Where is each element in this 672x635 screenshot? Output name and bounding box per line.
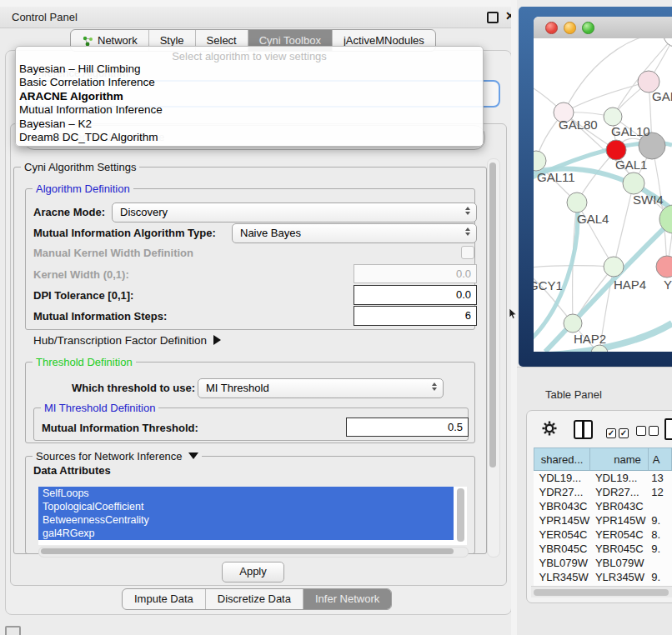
- group-title: Threshold Definition: [33, 356, 136, 368]
- node-label: SWI4: [633, 192, 664, 207]
- dpi-tolerance-field[interactable]: 0.0: [354, 285, 477, 305]
- apply-button[interactable]: Apply: [222, 562, 284, 582]
- data-attribute-item[interactable]: SelfLoops: [38, 487, 454, 500]
- node-label: GAL1: [615, 158, 647, 172]
- field-value: 0.0: [456, 288, 471, 301]
- table-row[interactable]: YDL19...YDL19...13: [534, 471, 672, 486]
- mi-threshold-field[interactable]: 0.5: [346, 418, 469, 437]
- network-window: GALGAL80GAL10GAL1GAL11GAL4SWI4GCY1HAP4YH…: [534, 17, 672, 352]
- page-icon[interactable]: [664, 418, 672, 440]
- network-node[interactable]: [564, 314, 582, 332]
- stepper-arrows-icon: [432, 382, 437, 391]
- table-panel-title: Table Panel: [545, 388, 602, 401]
- kernel-width-field[interactable]: 0.0: [354, 264, 477, 283]
- network-node[interactable]: [623, 172, 644, 194]
- data-attributes-label: Data Attributes: [33, 464, 111, 477]
- network-window-titlebar[interactable]: [534, 17, 672, 39]
- network-node[interactable]: [656, 256, 672, 278]
- mi-threshold-label: Mutual Information Threshold:: [42, 422, 198, 434]
- network-node[interactable]: [604, 108, 622, 126]
- column-header[interactable]: shared...: [534, 448, 590, 471]
- table-row[interactable]: YLR345WYLR345W9.: [534, 570, 672, 584]
- network-canvas[interactable]: GALGAL80GAL10GAL1GAL11GAL4SWI4GCY1HAP4YH…: [534, 38, 672, 352]
- split-columns-icon[interactable]: [574, 420, 593, 439]
- hub-definition-toggle[interactable]: Hub/Transcription Factor Definition: [33, 332, 221, 348]
- node-label: GAL80: [559, 118, 598, 132]
- table-row[interactable]: YBR045CYBR045C9.: [534, 542, 672, 556]
- float-window-icon[interactable]: [487, 12, 499, 23]
- minimize-window-icon[interactable]: [564, 22, 576, 34]
- mi-steps-label: Mutual Information Steps:: [33, 310, 167, 322]
- tab-impute-data[interactable]: Impute Data: [123, 589, 205, 609]
- algorithm-dropdown: Select algorithm to view settings Bayesi…: [15, 46, 484, 147]
- control-panel-titlebar: Control Panel ✕: [0, 7, 517, 28]
- list-horizontal-scrollbar[interactable]: [38, 547, 469, 558]
- mi-steps-field[interactable]: 6: [354, 306, 477, 326]
- mouse-cursor: [509, 308, 519, 320]
- tab-discretize-data[interactable]: Discretize Data: [205, 589, 303, 609]
- column-header[interactable]: A: [648, 448, 671, 471]
- field-value: 0.0: [456, 268, 471, 280]
- node-label: GAL4: [577, 212, 609, 226]
- dropdown-placeholder: Select algorithm to view settings: [16, 47, 483, 62]
- expand-down-icon: [188, 452, 198, 459]
- algorithm-option[interactable]: Mutual Information Inference: [16, 103, 483, 117]
- data-attribute-item[interactable]: TopologicalCoefficient: [38, 500, 454, 513]
- data-attribute-item[interactable]: BetweennessCentrality: [38, 513, 454, 527]
- group-title: Cyni Algorithm Settings: [21, 161, 139, 173]
- group-title: MI Threshold Definition: [41, 402, 158, 414]
- node-label: GCY1: [534, 278, 563, 292]
- aracne-mode-select[interactable]: Discovery: [112, 202, 477, 222]
- dpi-tolerance-label: DPI Tolerance [0,1]:: [33, 289, 133, 302]
- node-label: GAL: [652, 89, 672, 103]
- network-node[interactable]: [567, 192, 587, 212]
- table-row[interactable]: YER054CYER054C8.: [534, 528, 672, 542]
- deselect-all-checkboxes-icon[interactable]: [636, 424, 661, 439]
- network-node[interactable]: [604, 257, 624, 277]
- mi-type-label: Mutual Information Algorithm Type:: [33, 227, 216, 239]
- data-attribute-item[interactable]: gal4RGexp: [38, 527, 454, 540]
- table-row[interactable]: YBR043CYBR043C: [534, 499, 672, 513]
- network-node[interactable]: [664, 38, 672, 47]
- algorithm-option[interactable]: Bayesian – Hill Climbing: [16, 62, 483, 76]
- table-body: YDL19...YDL19...13YDR27...YDR27...12YBR0…: [534, 471, 672, 587]
- node-label: GAL10: [611, 124, 650, 138]
- field-value: 0.5: [448, 421, 463, 433]
- algorithm-option[interactable]: Basic Correlation Inference: [16, 76, 483, 89]
- list-scrollbar[interactable]: [457, 488, 464, 542]
- select-all-checkboxes-icon[interactable]: ✓✓: [606, 424, 631, 439]
- node-label: Y: [664, 278, 672, 292]
- collapsed-panel-icon[interactable]: [5, 626, 21, 635]
- table-row[interactable]: YPR145WYPR145W9.: [534, 513, 672, 528]
- gear-icon[interactable]: [541, 420, 558, 440]
- algorithm-option[interactable]: Dream8 DC_TDC Algorithm: [16, 131, 483, 144]
- settings-scrollbar[interactable]: [487, 158, 500, 558]
- panel-title: Control Panel: [12, 11, 78, 23]
- network-graph: GALGAL80GAL10GAL1GAL11GAL4SWI4GCY1HAP4YH…: [534, 38, 672, 352]
- close-window-icon[interactable]: [545, 22, 558, 34]
- manual-kernel-label: Manual Kernel Width Definition: [33, 247, 193, 259]
- algorithm-option[interactable]: Bayesian – K2: [16, 118, 483, 131]
- manual-kernel-checkbox[interactable]: [461, 246, 474, 259]
- bottom-tabs: Impute Data Discretize Data Infer Networ…: [122, 588, 392, 610]
- algorithm-option[interactable]: ARACNE Algorithm: [16, 90, 483, 103]
- column-header[interactable]: name: [590, 448, 648, 471]
- mi-algorithm-type-select[interactable]: Naive Bayes: [232, 223, 477, 243]
- table-horizontal-scrollbar[interactable]: [531, 586, 672, 598]
- data-attributes-list[interactable]: SelfLoopsTopologicalCoefficientBetweenne…: [38, 487, 467, 545]
- table-row[interactable]: YBL079WYBL079W: [534, 556, 672, 570]
- table-row[interactable]: YDR27...YDR27...12: [534, 485, 672, 499]
- selected-value: Naive Bayes: [240, 227, 301, 239]
- sources-toggle[interactable]: Sources for Network Inference: [33, 450, 202, 462]
- zoom-window-icon[interactable]: [582, 22, 594, 34]
- which-threshold-select[interactable]: MI Threshold: [198, 378, 444, 398]
- stepper-arrows-icon: [465, 228, 470, 236]
- node-label: HAP2: [574, 332, 606, 346]
- stepper-arrows-icon: [465, 207, 470, 215]
- node-label: GAL11: [537, 170, 575, 184]
- aracne-mode-label: Aracne Mode:: [33, 206, 105, 218]
- tab-infer-network[interactable]: Infer Network: [303, 589, 391, 609]
- expand-right-icon: [213, 335, 221, 345]
- screen: Control Panel ✕ Network Style Select Cyn…: [0, 0, 672, 635]
- selected-value: MI Threshold: [206, 382, 269, 394]
